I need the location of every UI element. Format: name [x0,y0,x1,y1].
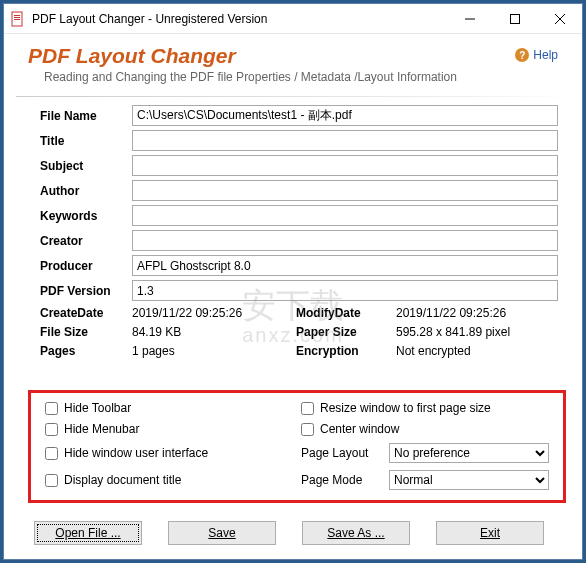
value-createdate: 2019/11/22 09:25:26 [132,306,296,320]
label-papersize: Paper Size [296,325,396,339]
input-author[interactable] [132,180,558,201]
form-grid: File Name Title Subject Author Keywords … [40,105,558,301]
svg-rect-1 [14,15,20,16]
save-as-button[interactable]: Save As ... [302,521,410,545]
row-pages: Pages 1 pages Encryption Not encrypted [40,344,558,358]
label-filesize: File Size [40,325,132,339]
input-subject[interactable] [132,155,558,176]
svg-rect-3 [14,19,20,20]
input-version[interactable] [132,280,558,301]
label-page-layout: Page Layout [301,446,381,460]
input-creator[interactable] [132,230,558,251]
svg-rect-2 [14,17,20,18]
app-icon [10,11,26,27]
main-window: PDF Layout Changer - Unregistered Versio… [3,3,583,560]
label-subject: Subject [40,159,132,173]
label-filename: File Name [40,109,132,123]
label-author: Author [40,184,132,198]
label-creator: Creator [40,234,132,248]
titlebar: PDF Layout Changer - Unregistered Versio… [4,4,582,34]
minimize-button[interactable] [447,4,492,33]
label-keywords: Keywords [40,209,132,223]
checkbox-hide-menubar[interactable] [45,423,58,436]
save-button[interactable]: Save [168,521,276,545]
checkbox-resize-window[interactable] [301,402,314,415]
help-label: Help [533,48,558,62]
label-hide-toolbar: Hide Toolbar [64,401,131,415]
label-createdate: CreateDate [40,306,132,320]
app-title: PDF Layout Changer [28,44,558,68]
input-title[interactable] [132,130,558,151]
value-papersize: 595.28 x 841.89 pixel [396,325,558,339]
svg-rect-5 [510,14,519,23]
label-hide-ui: Hide window user interface [64,446,208,460]
select-page-mode[interactable]: Normal [389,470,549,490]
open-file-button[interactable]: Open File ... [34,521,142,545]
row-dates: CreateDate 2019/11/22 09:25:26 ModifyDat… [40,306,558,320]
button-bar: Open File ... Save Save As ... Exit [4,511,582,559]
label-hide-menubar: Hide Menubar [64,422,139,436]
content: 安下载 anxz.com File Name Title Subject Aut… [4,97,582,382]
label-version: PDF Version [40,284,132,298]
select-page-layout[interactable]: No preference [389,443,549,463]
header: PDF Layout Changer Reading and Changing … [4,34,582,88]
maximize-button[interactable] [492,4,537,33]
help-link[interactable]: ? Help [515,48,558,62]
exit-button[interactable]: Exit [436,521,544,545]
label-pages: Pages [40,344,132,358]
help-icon: ? [515,48,529,62]
label-resize-window: Resize window to first page size [320,401,491,415]
checkbox-center-window[interactable] [301,423,314,436]
label-center-window: Center window [320,422,399,436]
window-controls [447,4,582,33]
value-pages: 1 pages [132,344,296,358]
input-producer[interactable] [132,255,558,276]
checkbox-display-title[interactable] [45,474,58,487]
options-box: Hide Toolbar Resize window to first page… [28,390,566,503]
input-filename[interactable] [132,105,558,126]
value-encryption: Not encrypted [396,344,558,358]
value-filesize: 84.19 KB [132,325,296,339]
label-page-mode: Page Mode [301,473,381,487]
input-keywords[interactable] [132,205,558,226]
label-modifydate: ModifyDate [296,306,396,320]
checkbox-hide-toolbar[interactable] [45,402,58,415]
row-size: File Size 84.19 KB Paper Size 595.28 x 8… [40,325,558,339]
label-title: Title [40,134,132,148]
checkbox-hide-ui[interactable] [45,447,58,460]
label-display-title: Display document title [64,473,181,487]
label-producer: Producer [40,259,132,273]
value-modifydate: 2019/11/22 09:25:26 [396,306,558,320]
app-subtitle: Reading and Changing the PDF file Proper… [44,70,558,84]
titlebar-text: PDF Layout Changer - Unregistered Versio… [32,12,447,26]
label-encryption: Encryption [296,344,396,358]
close-button[interactable] [537,4,582,33]
